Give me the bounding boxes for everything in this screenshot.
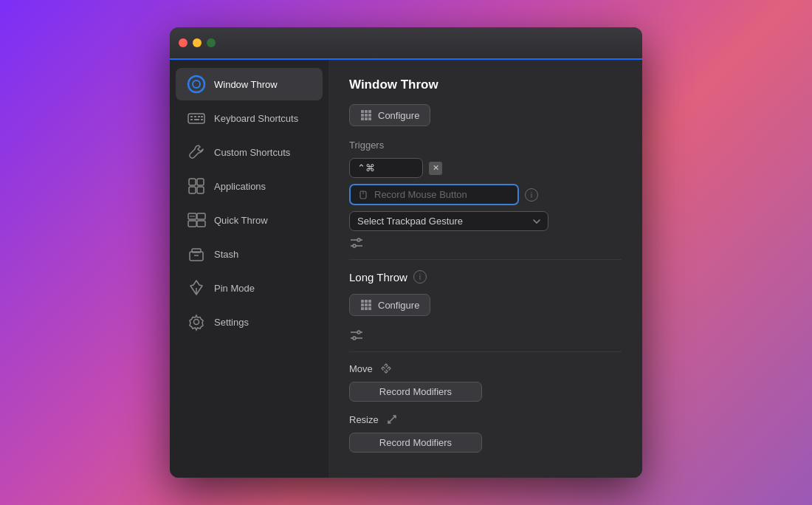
svg-point-23 xyxy=(194,320,199,325)
sidebar-item-settings[interactable]: Settings xyxy=(176,306,323,338)
long-throw-info-button[interactable]: i xyxy=(413,270,427,284)
info-button[interactable]: i xyxy=(525,188,538,202)
sidebar-item-applications[interactable]: Applications xyxy=(176,170,323,202)
wrench-icon xyxy=(186,142,207,162)
svg-rect-40 xyxy=(368,300,371,303)
svg-point-0 xyxy=(188,76,204,92)
move-row: Move xyxy=(349,363,622,374)
trigger-keys: ⌃⌘ xyxy=(357,162,375,174)
titlebar xyxy=(170,27,642,60)
divider-1 xyxy=(349,259,622,260)
resize-record-button[interactable]: Record Modifiers xyxy=(349,433,482,453)
svg-point-48 xyxy=(357,331,360,334)
svg-rect-17 xyxy=(197,221,205,227)
keyboard-trigger-row: ⌃⌘ ✕ xyxy=(349,158,622,178)
long-throw-configure-button[interactable]: Configure xyxy=(349,294,430,316)
long-throw-sliders-row xyxy=(349,329,622,341)
triggers-label: Triggers xyxy=(349,140,622,151)
resize-icon xyxy=(386,413,398,425)
svg-rect-12 xyxy=(189,187,196,193)
svg-rect-29 xyxy=(368,114,371,117)
mouse-icon xyxy=(358,190,368,200)
svg-rect-9 xyxy=(201,119,203,120)
gear-icon xyxy=(186,312,207,332)
svg-rect-16 xyxy=(188,221,196,227)
svg-rect-25 xyxy=(365,110,368,113)
long-throw-grid-icon xyxy=(360,299,372,311)
sidebar-item-label: Applications xyxy=(214,181,266,192)
traffic-lights xyxy=(179,38,216,47)
pin-icon xyxy=(186,278,207,298)
sidebar-item-quick-throw[interactable]: Quick Throw xyxy=(176,204,323,236)
quick-throw-icon xyxy=(186,210,207,230)
svg-rect-39 xyxy=(365,300,368,303)
sidebar-item-custom-shortcuts[interactable]: Custom Shortcuts xyxy=(176,136,323,168)
configure-label: Configure xyxy=(378,110,419,121)
svg-rect-32 xyxy=(368,117,371,120)
svg-rect-31 xyxy=(365,117,368,120)
resize-record-label: Record Modifiers xyxy=(379,437,452,448)
svg-rect-26 xyxy=(368,110,371,113)
sidebar-item-label: Keyboard Shortcuts xyxy=(214,113,298,124)
svg-rect-30 xyxy=(361,117,364,120)
svg-rect-46 xyxy=(368,307,371,310)
mouse-trigger-placeholder: Record Mouse Button xyxy=(374,189,467,200)
svg-point-35 xyxy=(357,238,360,241)
app-window: Window Throw Keyboard Shor xyxy=(170,27,642,478)
sidebar: Window Throw Keyboard Shor xyxy=(170,60,328,478)
sidebar-item-label: Custom Shortcuts xyxy=(214,147,290,158)
configure-button[interactable]: Configure xyxy=(349,104,430,126)
svg-rect-45 xyxy=(365,307,368,310)
long-throw-configure-label: Configure xyxy=(378,300,419,311)
svg-rect-7 xyxy=(194,119,199,120)
maximize-button[interactable] xyxy=(207,38,216,47)
svg-rect-44 xyxy=(361,307,364,310)
svg-rect-15 xyxy=(197,213,205,219)
svg-point-1 xyxy=(193,80,200,88)
clear-trigger-button[interactable]: ✕ xyxy=(429,162,442,175)
sidebar-item-pin-mode[interactable]: Pin Mode xyxy=(176,272,323,304)
svg-point-37 xyxy=(353,244,356,247)
chevron-down-icon xyxy=(533,219,540,224)
mouse-trigger-input[interactable]: Record Mouse Button xyxy=(349,184,519,205)
trackpad-select-container: Select Trackpad Gesture xyxy=(349,211,622,231)
grid-icon xyxy=(360,109,372,121)
sliders-row xyxy=(349,237,622,249)
svg-rect-13 xyxy=(197,187,204,193)
svg-rect-41 xyxy=(361,303,364,306)
resize-label: Resize xyxy=(349,414,379,425)
keyboard-trigger-display: ⌃⌘ xyxy=(349,158,423,178)
sidebar-item-label: Window Throw xyxy=(214,79,278,90)
svg-rect-24 xyxy=(361,110,364,113)
sidebar-item-window-throw[interactable]: Window Throw xyxy=(176,68,323,100)
minimize-button[interactable] xyxy=(193,38,202,47)
svg-rect-11 xyxy=(197,179,204,185)
sidebar-item-label: Pin Mode xyxy=(214,283,255,294)
trackpad-gesture-select[interactable]: Select Trackpad Gesture xyxy=(349,211,548,231)
sidebar-item-stash[interactable]: Stash xyxy=(176,238,323,270)
svg-point-50 xyxy=(353,337,356,340)
svg-rect-42 xyxy=(365,303,368,306)
mouse-trigger-row: Record Mouse Button i xyxy=(349,184,622,205)
svg-rect-4 xyxy=(194,116,196,117)
stash-icon xyxy=(186,244,207,264)
svg-rect-43 xyxy=(368,303,371,306)
close-button[interactable] xyxy=(179,38,187,47)
keyboard-icon xyxy=(186,108,207,128)
svg-rect-2 xyxy=(188,114,204,123)
svg-rect-19 xyxy=(190,252,203,261)
sidebar-item-keyboard-shortcuts[interactable]: Keyboard Shortcuts xyxy=(176,102,323,134)
divider-2 xyxy=(349,351,622,352)
svg-rect-28 xyxy=(365,114,368,117)
window-throw-icon xyxy=(186,74,207,95)
sliders-icon xyxy=(349,237,364,249)
long-throw-title: Long Throw i xyxy=(349,270,622,284)
window-body: Window Throw Keyboard Shor xyxy=(170,60,642,478)
move-record-label: Record Modifiers xyxy=(379,386,452,397)
main-content: Window Throw Configure Triggers xyxy=(328,60,642,478)
svg-rect-27 xyxy=(361,114,364,117)
svg-rect-6 xyxy=(190,119,193,120)
svg-rect-38 xyxy=(361,300,364,303)
move-record-button[interactable]: Record Modifiers xyxy=(349,382,482,402)
svg-rect-5 xyxy=(198,116,200,117)
